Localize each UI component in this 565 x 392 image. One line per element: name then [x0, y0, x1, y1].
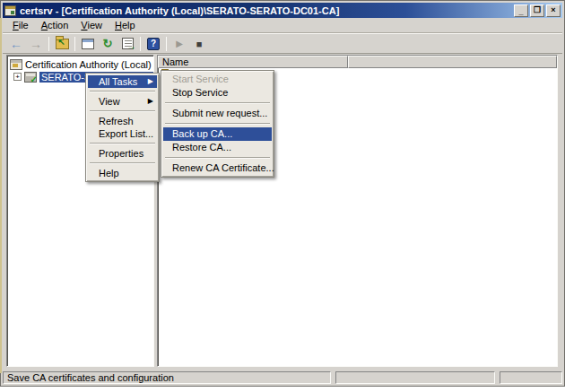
desktop-edge: [0, 18, 2, 373]
context-menu-item-all-tasks[interactable]: All Tasks ▶: [88, 75, 157, 88]
menu-separator: [88, 140, 157, 147]
context-menu-item-refresh[interactable]: Refresh: [88, 115, 157, 127]
menu-separator: [88, 88, 157, 95]
minimize-icon: _: [518, 8, 523, 16]
up-one-level-icon: [56, 39, 69, 49]
submenu-item-stop-service[interactable]: Stop Service: [163, 86, 272, 100]
back-icon: ←: [10, 37, 22, 51]
submenu-item-submit-new-request[interactable]: Submit new request...: [163, 107, 272, 120]
toolbar-separator: [166, 37, 167, 51]
status-text: Save CA certificates and configuration: [3, 371, 331, 384]
certsrv-window: certsrv - [Certification Authority (Loca…: [0, 0, 565, 387]
menu-help-label: elp: [122, 20, 135, 30]
submenu-arrow-icon: ▶: [148, 75, 153, 88]
help-button[interactable]: ?: [144, 35, 162, 52]
back-button[interactable]: ←: [7, 35, 25, 52]
menu-separator: [163, 154, 272, 161]
context-menu-item-view[interactable]: View ▶: [88, 95, 157, 108]
help-icon: ?: [147, 38, 160, 50]
stop-service-button[interactable]: ■: [190, 35, 208, 52]
menu-action-accel: A: [41, 20, 48, 30]
close-button[interactable]: ×: [546, 4, 561, 17]
toolbar-separator: [48, 37, 49, 51]
menu-separator: [88, 108, 157, 115]
toolbar-separator: [74, 37, 75, 51]
expand-plus-box[interactable]: +: [13, 73, 22, 81]
close-icon: ×: [551, 6, 555, 14]
menu-action-label: ction: [48, 20, 68, 30]
column-header-name[interactable]: Name: [158, 56, 348, 68]
context-menu: All Tasks ▶ View ▶ Refresh Export List..…: [85, 73, 160, 182]
forward-button[interactable]: →: [27, 35, 45, 52]
ca-server-icon: [24, 72, 37, 83]
submenu-arrow-icon: ▶: [148, 95, 153, 108]
submenu-item-start-service: Start Service: [163, 73, 272, 86]
menu-action[interactable]: Action: [35, 19, 75, 31]
menu-help-accel: H: [115, 20, 122, 30]
menu-view[interactable]: View: [74, 19, 109, 31]
maximize-button[interactable]: ❐: [530, 4, 544, 17]
all-tasks-label: All Tasks: [99, 76, 137, 87]
menu-separator: [163, 100, 272, 107]
forward-icon: →: [30, 37, 42, 51]
submenu-item-restore-ca[interactable]: Restore CA...: [163, 141, 272, 154]
menu-view-label: iew: [87, 20, 102, 30]
context-menu-item-help[interactable]: Help: [88, 167, 157, 179]
menu-bar: File Action View Help: [3, 18, 562, 33]
view-label: View: [99, 96, 120, 107]
window-title: certsrv - [Certification Authority (Loca…: [20, 5, 512, 16]
properties-button[interactable]: [79, 35, 97, 52]
tree-root-label: Certification Authority (Local): [25, 59, 152, 70]
column-header-blank[interactable]: [348, 56, 557, 68]
menu-separator: [88, 160, 157, 167]
menu-file-label: ile: [19, 20, 29, 30]
context-menu-item-export-list[interactable]: Export List...: [88, 127, 157, 140]
title-bar[interactable]: certsrv - [Certification Authority (Loca…: [3, 3, 562, 18]
properties-window-icon: [82, 39, 94, 49]
submenu-item-renew-ca-certificate[interactable]: Renew CA Certificate...: [163, 161, 272, 175]
menu-help[interactable]: Help: [109, 19, 142, 31]
maximize-icon: ❐: [534, 6, 541, 14]
start-service-button[interactable]: ▶: [170, 35, 188, 52]
refresh-button[interactable]: ↻: [99, 35, 117, 52]
export-list-icon: [122, 38, 134, 49]
minimize-button[interactable]: _: [514, 4, 528, 17]
export-list-button[interactable]: [118, 35, 136, 52]
menu-separator: [163, 120, 272, 127]
status-panel: [335, 371, 495, 384]
up-one-level-button[interactable]: [53, 35, 71, 52]
submenu-item-back-up-ca[interactable]: Back up CA...: [163, 127, 272, 141]
refresh-icon: ↻: [103, 37, 113, 50]
toolbar-separator: [140, 37, 141, 51]
mmc-console-icon: [4, 5, 16, 16]
all-tasks-submenu: Start Service Stop Service Submit new re…: [161, 70, 274, 178]
tree-item-certification-authority[interactable]: Certification Authority (Local): [7, 58, 153, 70]
menu-file[interactable]: File: [6, 19, 35, 31]
start-service-icon: ▶: [176, 39, 183, 48]
console-root-icon: [10, 59, 22, 70]
status-panel: [500, 371, 562, 384]
menu-file-accel: F: [13, 20, 19, 30]
toolbar: ← → ↻ ? ▶ ■: [3, 33, 562, 54]
stop-service-icon: ■: [196, 39, 203, 49]
status-bar: Save CA certificates and configuration: [3, 370, 562, 384]
context-menu-item-properties[interactable]: Properties: [88, 147, 157, 160]
list-header: Name: [158, 56, 557, 68]
